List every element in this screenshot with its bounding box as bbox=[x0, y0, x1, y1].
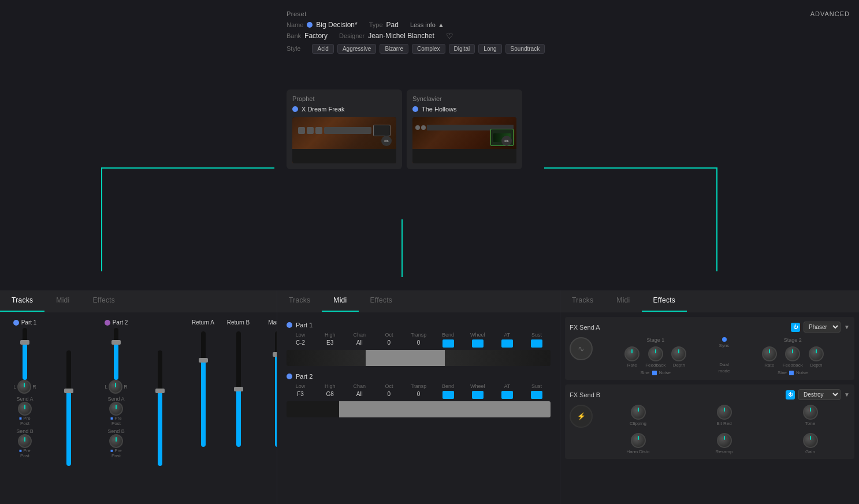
destroy-resamp-knob[interactable] bbox=[717, 433, 732, 448]
style-tag-aggressive[interactable]: Aggressive bbox=[337, 44, 376, 54]
favorite-icon[interactable]: ♡ bbox=[446, 31, 453, 40]
stage2-depth-label: Depth bbox=[810, 363, 822, 368]
destroy-harmdisto-knob[interactable] bbox=[631, 433, 646, 448]
fx-send-a-select[interactable]: Phaser Chorus Flanger bbox=[804, 322, 841, 333]
midi-p1-btn-at[interactable] bbox=[501, 339, 513, 348]
destroy-gain-knob[interactable] bbox=[803, 433, 818, 448]
destroy-resamp-knob-item: Resamp bbox=[685, 433, 764, 454]
stage1-rate-label: Rate bbox=[627, 363, 637, 368]
part2-vol-fader[interactable] bbox=[158, 350, 162, 466]
destroy-tone-label: Tone bbox=[805, 421, 815, 426]
midi-p2-v-chan[interactable]: All bbox=[345, 391, 373, 399]
synclavier-edit-icon[interactable]: ✏ bbox=[501, 136, 512, 146]
midi-p1-h-transp: Transp bbox=[404, 332, 432, 338]
stage2-sine-dot[interactable] bbox=[789, 371, 794, 375]
style-tag-bizarre[interactable]: Bizarre bbox=[380, 44, 408, 54]
center-tab-effects[interactable]: Effects bbox=[359, 290, 404, 312]
sync-dot[interactable] bbox=[722, 337, 727, 342]
stage2-feedback-knob[interactable] bbox=[785, 346, 800, 361]
prophet-name-row: X Dream Freak bbox=[292, 106, 396, 113]
fx-send-b-header: FX Send B ⏻ Destroy Distortion ▼ bbox=[570, 389, 850, 400]
part1-pan-knob[interactable] bbox=[17, 380, 31, 394]
right-tab-effects[interactable]: Effects bbox=[642, 290, 687, 312]
destroy-tone-knob-item: Tone bbox=[771, 405, 850, 426]
stage1-rate-knob[interactable] bbox=[624, 346, 639, 361]
prophet-engine-label: Prophet bbox=[292, 95, 396, 102]
fx-send-b-power[interactable]: ⏻ bbox=[786, 390, 795, 400]
fx-send-a-power[interactable]: ⏻ bbox=[791, 323, 800, 332]
midi-p2-v-high[interactable]: G8 bbox=[316, 391, 344, 399]
part2-fader[interactable] bbox=[114, 328, 118, 380]
midi-p1-v-chan[interactable]: All bbox=[345, 339, 373, 348]
stage1-depth-knob[interactable] bbox=[671, 346, 686, 361]
name-value[interactable]: Big Decision* bbox=[316, 21, 357, 29]
track-part1-vol bbox=[49, 317, 89, 499]
midi-p2-v-oct[interactable]: 0 bbox=[375, 391, 403, 399]
fx-send-b-dropdown-icon[interactable]: ▼ bbox=[844, 391, 850, 398]
midi-p1-v-transp[interactable]: 0 bbox=[404, 339, 432, 348]
stage1-depth-label: Depth bbox=[673, 363, 685, 368]
style-tag-acid[interactable]: Acid bbox=[312, 44, 333, 54]
destroy-clipping-knob[interactable] bbox=[631, 405, 646, 420]
part2-send-b-knob[interactable] bbox=[109, 434, 123, 448]
midi-p2-v-low[interactable]: F3 bbox=[287, 391, 314, 399]
midi-p1-btn-wheel[interactable] bbox=[472, 339, 484, 348]
stage2-depth-knob[interactable] bbox=[809, 346, 824, 361]
midi-p2-btn-bend[interactable] bbox=[442, 391, 454, 399]
synclavier-dot bbox=[412, 106, 418, 112]
synclavier-engine-label: Synclavier bbox=[412, 95, 516, 102]
destroy-tone-knob[interactable] bbox=[803, 405, 818, 420]
left-tab-tracks[interactable]: Tracks bbox=[0, 290, 44, 312]
right-tab-midi[interactable]: Midi bbox=[605, 290, 641, 312]
midi-p2-btn-wheel[interactable] bbox=[472, 391, 484, 399]
midi-p2-btn-sust[interactable] bbox=[531, 391, 542, 399]
center-tab-midi[interactable]: Midi bbox=[322, 290, 358, 312]
style-tag-long[interactable]: Long bbox=[478, 44, 501, 54]
midi-p2-btn-at[interactable] bbox=[501, 391, 513, 399]
center-tab-tracks[interactable]: Tracks bbox=[277, 290, 322, 312]
style-tag-soundtrack[interactable]: Soundtrack bbox=[505, 44, 545, 54]
stage1-sine-label: Sine bbox=[641, 370, 650, 375]
part1-send-a-knob[interactable] bbox=[18, 402, 32, 416]
destroy-bitred-knob[interactable] bbox=[717, 405, 732, 420]
prophet-edit-icon[interactable]: ✏ bbox=[381, 136, 392, 146]
midi-p1-btn-bend[interactable] bbox=[442, 339, 454, 348]
bottom-section: Tracks Midi Effects Part 1 bbox=[0, 290, 859, 504]
part1-send-b-knob[interactable] bbox=[18, 434, 32, 448]
left-tab-midi[interactable]: Midi bbox=[44, 290, 81, 312]
instruments-row: Prophet X Dream Freak ✏ bbox=[277, 89, 859, 169]
part1-prepost-b: ■ Pre bbox=[19, 448, 30, 453]
stage1-feedback-knob[interactable] bbox=[648, 346, 663, 361]
instrument-card-prophet[interactable]: Prophet X Dream Freak ✏ bbox=[287, 89, 402, 169]
midi-p1-v-oct[interactable]: 0 bbox=[375, 339, 403, 348]
name-field: Name Big Decision* bbox=[287, 21, 358, 29]
midi-p1-v-low[interactable]: C-2 bbox=[287, 339, 314, 348]
midi-p1-v-high[interactable]: E3 bbox=[316, 339, 344, 348]
advanced-button[interactable]: ADVANCED bbox=[810, 10, 850, 17]
part1-fader[interactable] bbox=[23, 328, 27, 380]
less-info-button[interactable]: Less info ▲ bbox=[410, 21, 444, 28]
left-tab-effects[interactable]: Effects bbox=[81, 290, 127, 312]
destroy-icon[interactable]: ⚡ bbox=[570, 405, 593, 428]
destroy-harmdisto-label: Harm Disto bbox=[626, 449, 649, 454]
bank-row: Bank Factory Designer Jean-Michel Blanch… bbox=[287, 31, 850, 40]
part2-pan-knob[interactable] bbox=[109, 380, 122, 394]
part2-fader-container bbox=[114, 328, 118, 380]
instrument-card-synclavier[interactable]: Synclavier The Hollows ✏ bbox=[407, 89, 522, 169]
master-fader[interactable] bbox=[275, 331, 277, 447]
stage1-sine-dot[interactable] bbox=[652, 371, 657, 375]
midi-p1-btn-sust[interactable] bbox=[531, 339, 542, 348]
style-tag-complex[interactable]: Complex bbox=[412, 44, 445, 54]
style-tag-digital[interactable]: Digital bbox=[449, 44, 475, 54]
phaser-wave-icon[interactable]: ∿ bbox=[570, 337, 593, 360]
right-tab-tracks[interactable]: Tracks bbox=[560, 290, 605, 312]
return-b-fader[interactable] bbox=[236, 331, 241, 447]
fx-send-a-dropdown-icon[interactable]: ▼ bbox=[844, 324, 850, 330]
stage2-rate-knob[interactable] bbox=[762, 346, 777, 361]
part1-vol-fader[interactable] bbox=[66, 350, 71, 466]
stage2-noise-label: Noise bbox=[796, 370, 808, 375]
return-a-fader[interactable] bbox=[201, 331, 206, 447]
part2-send-a-knob[interactable] bbox=[109, 402, 123, 416]
midi-p2-v-transp[interactable]: 0 bbox=[404, 391, 432, 399]
fx-send-b-select[interactable]: Destroy Distortion bbox=[798, 389, 841, 400]
